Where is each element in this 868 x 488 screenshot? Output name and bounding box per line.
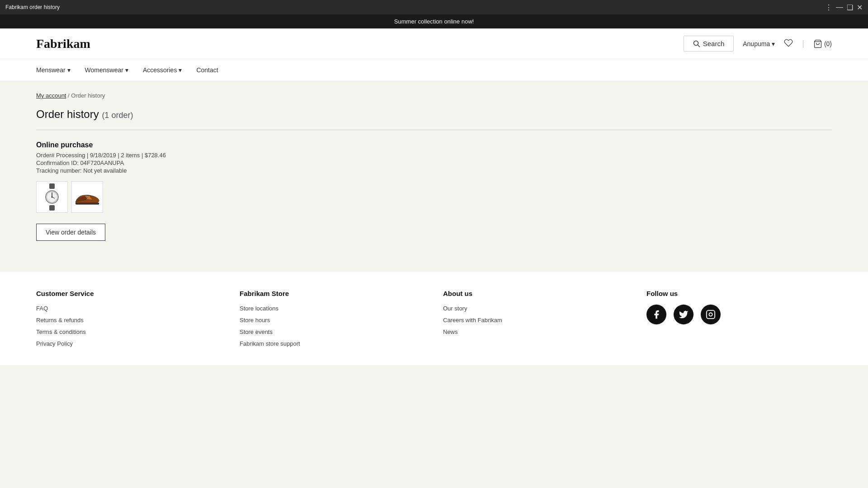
footer-about-us-heading: About us	[443, 290, 628, 297]
browser-menu-icon[interactable]: ⋮	[825, 3, 832, 12]
content-divider	[36, 130, 832, 130]
footer-customer-service: Customer Service FAQ Returns & refunds T…	[36, 290, 222, 352]
footer-link-our-story[interactable]: Our story	[443, 305, 467, 312]
heart-icon	[784, 38, 793, 47]
cart-button[interactable]: (0)	[813, 39, 832, 48]
breadcrumb-current: Order history	[71, 92, 105, 99]
cart-label: (0)	[824, 40, 832, 47]
page-title: Order history (1 order)	[36, 108, 832, 121]
footer-fabrikam-store-heading: Fabrikam Store	[240, 290, 425, 297]
nav-accessories-chevron: ▾	[179, 66, 182, 74]
list-item: Store locations	[240, 305, 425, 312]
user-name: Anupuma	[743, 40, 770, 47]
twitter-svg	[679, 310, 689, 319]
wishlist-button[interactable]	[784, 38, 793, 49]
instagram-svg	[706, 310, 716, 319]
footer-fabrikam-store: Fabrikam Store Store locations Store hou…	[240, 290, 425, 352]
header: Fabrikam Search Anupuma ▾ | (0)	[0, 28, 868, 59]
page-title-text: Order history	[36, 108, 99, 120]
svg-point-0	[693, 41, 698, 45]
footer-link-news[interactable]: News	[443, 328, 458, 335]
footer-link-terms[interactable]: Terms & conditions	[36, 328, 86, 335]
list-item: Store events	[240, 328, 425, 335]
svg-rect-13	[707, 310, 715, 319]
social-icons	[646, 305, 832, 324]
footer-follow-us-heading: Follow us	[646, 290, 832, 297]
nav-menswear[interactable]: Menswear ▾	[36, 65, 71, 75]
footer-about-us: About us Our story Careers with Fabrikam…	[443, 290, 628, 352]
announcement-text: Summer collection online now!	[394, 18, 474, 25]
svg-line-1	[698, 45, 700, 47]
footer-link-returns[interactable]: Returns & refunds	[36, 317, 84, 324]
shoe-image	[74, 188, 101, 206]
search-label: Search	[703, 40, 725, 47]
breadcrumb-my-account[interactable]: My account	[36, 92, 66, 99]
header-divider: |	[802, 39, 804, 48]
order-type: Online purchase	[36, 141, 832, 149]
twitter-icon[interactable]	[674, 305, 693, 324]
nav-accessories-label: Accessories	[143, 66, 177, 74]
nav-menswear-label: Menswear	[36, 66, 66, 74]
logo[interactable]: Fabrikam	[36, 37, 90, 51]
list-item: FAQ	[36, 305, 222, 312]
svg-point-8	[52, 197, 53, 198]
product-thumb-shoe	[71, 181, 103, 213]
view-order-details-button[interactable]: View order details	[36, 224, 105, 241]
browser-close-icon[interactable]: ✕	[857, 3, 863, 12]
breadcrumb: My account / Order history	[36, 92, 832, 99]
footer-customer-service-links: FAQ Returns & refunds Terms & conditions…	[36, 305, 222, 347]
nav-contact[interactable]: Contact	[196, 65, 218, 75]
footer-customer-service-heading: Customer Service	[36, 290, 222, 297]
product-thumb-watch	[36, 181, 68, 213]
main-nav: Menswear ▾ Womenswear ▾ Accessories ▾ Co…	[0, 59, 868, 81]
order-card: Online purchase Order# Processing | 9/18…	[36, 141, 832, 241]
footer-follow-us: Follow us	[646, 290, 832, 352]
footer-about-us-links: Our story Careers with Fabrikam News	[443, 305, 628, 335]
list-item: Returns & refunds	[36, 316, 222, 324]
facebook-icon[interactable]	[646, 305, 666, 324]
nav-womenswear-chevron: ▾	[125, 66, 128, 74]
list-item: Terms & conditions	[36, 328, 222, 335]
order-meta-line: Order# Processing | 9/18/2019 | 2 items …	[36, 152, 832, 159]
nav-menswear-chevron: ▾	[67, 66, 71, 74]
browser-minimize-icon[interactable]: —	[836, 3, 843, 12]
footer: Customer Service FAQ Returns & refunds T…	[0, 271, 868, 365]
user-account-button[interactable]: Anupuma ▾	[743, 40, 775, 47]
footer-link-faq[interactable]: FAQ	[36, 305, 48, 312]
main-content: My account / Order history Order history…	[0, 81, 868, 271]
cart-icon	[813, 39, 822, 48]
browser-controls[interactable]: ⋮ — ❑ ✕	[825, 3, 863, 12]
footer-link-store-locations[interactable]: Store locations	[240, 305, 278, 312]
facebook-svg	[651, 310, 661, 319]
list-item: News	[443, 328, 628, 335]
footer-link-privacy[interactable]: Privacy Policy	[36, 340, 73, 347]
footer-fabrikam-store-links: Store locations Store hours Store events…	[240, 305, 425, 347]
instagram-icon[interactable]	[701, 305, 721, 324]
search-icon	[693, 40, 700, 47]
nav-accessories[interactable]: Accessories ▾	[143, 65, 182, 75]
browser-chrome: Fabrikam order history ⋮ — ❑ ✕	[0, 0, 868, 14]
footer-link-store-hours[interactable]: Store hours	[240, 317, 270, 324]
svg-rect-3	[49, 183, 55, 189]
footer-link-store-events[interactable]: Store events	[240, 328, 273, 335]
svg-rect-9	[49, 205, 55, 211]
order-count: (1 order)	[102, 111, 133, 120]
browser-maximize-icon[interactable]: ❑	[847, 3, 853, 12]
nav-womenswear-label: Womenswear	[85, 66, 123, 74]
footer-link-careers[interactable]: Careers with Fabrikam	[443, 317, 502, 324]
chevron-down-icon: ▾	[772, 40, 775, 47]
footer-link-store-support[interactable]: Fabrikam store support	[240, 340, 300, 347]
watch-image	[41, 183, 63, 211]
list-item: Careers with Fabrikam	[443, 316, 628, 324]
header-actions: Search Anupuma ▾ | (0)	[684, 36, 832, 52]
list-item: Our story	[443, 305, 628, 312]
browser-tab-title: Fabrikam order history	[5, 4, 60, 10]
order-product-images	[36, 181, 832, 213]
list-item: Privacy Policy	[36, 340, 222, 347]
list-item: Store hours	[240, 316, 425, 324]
footer-grid: Customer Service FAQ Returns & refunds T…	[36, 290, 832, 352]
search-button[interactable]: Search	[684, 36, 734, 52]
order-tracking: Tracking number: Not yet available	[36, 167, 832, 174]
nav-womenswear[interactable]: Womenswear ▾	[85, 65, 128, 75]
announcement-bar: Summer collection online now!	[0, 14, 868, 28]
